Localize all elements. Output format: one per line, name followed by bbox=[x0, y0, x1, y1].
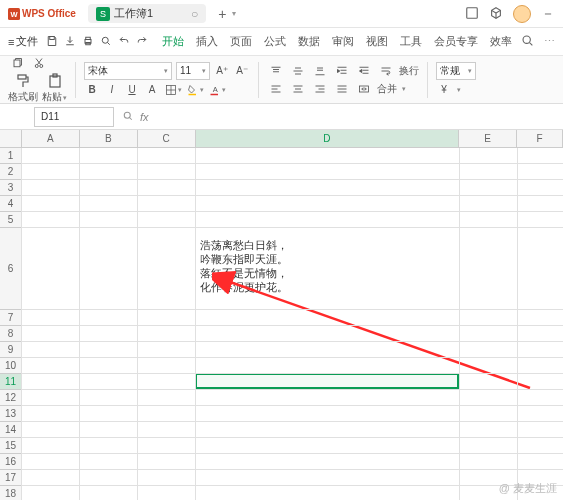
svg-point-7 bbox=[103, 37, 109, 43]
new-tab-button[interactable]: + bbox=[218, 6, 226, 22]
col-header-C[interactable]: C bbox=[138, 130, 196, 147]
col-header-D[interactable]: D bbox=[196, 130, 460, 147]
row-header-6[interactable]: 6 bbox=[0, 228, 22, 310]
tab-page[interactable]: 页面 bbox=[230, 34, 252, 49]
tab-formula[interactable]: 公式 bbox=[264, 34, 286, 49]
menu-bar: ≡ 文件 开始 插入 页面 公式 数据 审阅 视图 工具 会员专享 效率 ⋯ bbox=[0, 28, 563, 56]
justify-icon[interactable] bbox=[333, 81, 351, 97]
tab-view[interactable]: 视图 bbox=[366, 34, 388, 49]
app-logo: W WPS Office bbox=[8, 8, 76, 20]
number-format-select[interactable]: 常规▾ bbox=[436, 62, 476, 80]
font-color-button[interactable]: A▾ bbox=[208, 82, 226, 98]
formula-bar: D11 fx bbox=[0, 104, 563, 130]
tab-insert[interactable]: 插入 bbox=[196, 34, 218, 49]
row-header-16[interactable]: 16 bbox=[0, 454, 22, 470]
tab-data[interactable]: 数据 bbox=[298, 34, 320, 49]
svg-rect-5 bbox=[86, 37, 91, 39]
indent-increase-icon[interactable] bbox=[355, 63, 373, 79]
bold-button[interactable]: B bbox=[84, 82, 100, 98]
align-center-icon[interactable] bbox=[289, 81, 307, 97]
col-header-F[interactable]: F bbox=[517, 130, 563, 147]
cut-icon[interactable] bbox=[30, 55, 48, 71]
menu-more-icon[interactable]: ⋯ bbox=[544, 35, 555, 48]
tab-start[interactable]: 开始 bbox=[162, 34, 184, 49]
select-all-corner[interactable] bbox=[0, 130, 22, 147]
svg-rect-12 bbox=[18, 75, 26, 79]
spreadsheet-icon: S bbox=[96, 7, 110, 21]
redo-icon[interactable] bbox=[136, 35, 148, 49]
screenshot-icon[interactable] bbox=[465, 6, 479, 22]
menu-tabs: 开始 插入 页面 公式 数据 审阅 视图 工具 会员专享 效率 bbox=[162, 34, 512, 49]
spreadsheet-grid[interactable]: ABCDEF 12345678910111213141516171819 浩荡离… bbox=[0, 130, 563, 500]
row-header-10[interactable]: 10 bbox=[0, 358, 22, 374]
row-header-5[interactable]: 5 bbox=[0, 212, 22, 228]
export-icon[interactable] bbox=[64, 35, 76, 49]
row-header-9[interactable]: 9 bbox=[0, 342, 22, 358]
search-icon[interactable] bbox=[521, 34, 534, 49]
copy-icon[interactable] bbox=[8, 55, 26, 71]
preview-icon[interactable] bbox=[100, 35, 112, 49]
tab-tools[interactable]: 工具 bbox=[400, 34, 422, 49]
font-name-select[interactable]: 宋体▾ bbox=[84, 62, 172, 80]
tab-efficiency[interactable]: 效率 bbox=[490, 34, 512, 49]
name-box[interactable]: D11 bbox=[34, 107, 114, 127]
strikethrough-button[interactable]: A bbox=[144, 82, 160, 98]
user-avatar[interactable] bbox=[513, 5, 531, 23]
paste-button[interactable]: 粘贴▾ bbox=[42, 73, 67, 104]
row-header-13[interactable]: 13 bbox=[0, 406, 22, 422]
row-header-11[interactable]: 11 bbox=[0, 374, 22, 390]
cube-icon[interactable] bbox=[489, 6, 503, 22]
format-painter-button[interactable]: 格式刷 bbox=[8, 73, 38, 104]
align-left-icon[interactable] bbox=[267, 81, 285, 97]
fill-color-button[interactable]: ▾ bbox=[186, 82, 204, 98]
file-menu[interactable]: ≡ 文件 bbox=[8, 34, 38, 49]
minimize-icon[interactable]: － bbox=[541, 5, 555, 23]
row-header-15[interactable]: 15 bbox=[0, 438, 22, 454]
row-header-14[interactable]: 14 bbox=[0, 422, 22, 438]
save-icon[interactable] bbox=[46, 35, 58, 49]
svg-rect-2 bbox=[467, 7, 478, 18]
watermark: @ 麦麦生涯 bbox=[499, 481, 557, 496]
tab-member[interactable]: 会员专享 bbox=[434, 34, 478, 49]
ribbon: 格式刷 粘贴▾ 宋体▾ 11▾ A⁺ A⁻ B I U A ▾ ▾ A▾ bbox=[0, 56, 563, 104]
merge-button[interactable] bbox=[355, 81, 373, 97]
col-header-E[interactable]: E bbox=[459, 130, 517, 147]
align-bottom-icon[interactable] bbox=[311, 63, 329, 79]
row-header-2[interactable]: 2 bbox=[0, 164, 22, 180]
svg-text:A: A bbox=[212, 85, 217, 94]
fx-icon[interactable]: fx bbox=[140, 111, 149, 123]
row-header-4[interactable]: 4 bbox=[0, 196, 22, 212]
row-header-7[interactable]: 7 bbox=[0, 310, 22, 326]
currency-button[interactable]: ¥ bbox=[436, 82, 452, 98]
underline-button[interactable]: U bbox=[124, 82, 140, 98]
fx-search-icon[interactable] bbox=[122, 110, 134, 124]
border-button[interactable]: ▾ bbox=[164, 82, 182, 98]
undo-icon[interactable] bbox=[118, 35, 130, 49]
col-header-B[interactable]: B bbox=[80, 130, 138, 147]
align-middle-icon[interactable] bbox=[289, 63, 307, 79]
wrap-text-button[interactable] bbox=[377, 63, 395, 79]
svg-point-11 bbox=[40, 65, 43, 68]
cell-D6[interactable]: 浩荡离愁白日斜， 吟鞭东指即天涯。 落红不是无情物， 化作春泥更护花。 bbox=[200, 238, 288, 294]
row-header-18[interactable]: 18 bbox=[0, 486, 22, 500]
tab-dropdown-icon[interactable]: ▾ bbox=[232, 9, 236, 18]
quick-access-toolbar bbox=[46, 35, 148, 49]
print-icon[interactable] bbox=[82, 35, 94, 49]
merge-label: 合并 bbox=[377, 82, 397, 96]
increase-font-icon[interactable]: A⁺ bbox=[214, 63, 230, 79]
italic-button[interactable]: I bbox=[104, 82, 120, 98]
document-tab[interactable]: S 工作簿1 ○ bbox=[88, 4, 206, 23]
align-top-icon[interactable] bbox=[267, 63, 285, 79]
font-size-select[interactable]: 11▾ bbox=[176, 62, 210, 80]
row-header-1[interactable]: 1 bbox=[0, 148, 22, 164]
row-header-12[interactable]: 12 bbox=[0, 390, 22, 406]
row-header-8[interactable]: 8 bbox=[0, 326, 22, 342]
col-header-A[interactable]: A bbox=[22, 130, 80, 147]
tab-review[interactable]: 审阅 bbox=[332, 34, 354, 49]
row-header-3[interactable]: 3 bbox=[0, 180, 22, 196]
indent-decrease-icon[interactable] bbox=[333, 63, 351, 79]
decrease-font-icon[interactable]: A⁻ bbox=[234, 63, 250, 79]
tab-close-icon[interactable]: ○ bbox=[191, 7, 198, 21]
align-right-icon[interactable] bbox=[311, 81, 329, 97]
row-header-17[interactable]: 17 bbox=[0, 470, 22, 486]
